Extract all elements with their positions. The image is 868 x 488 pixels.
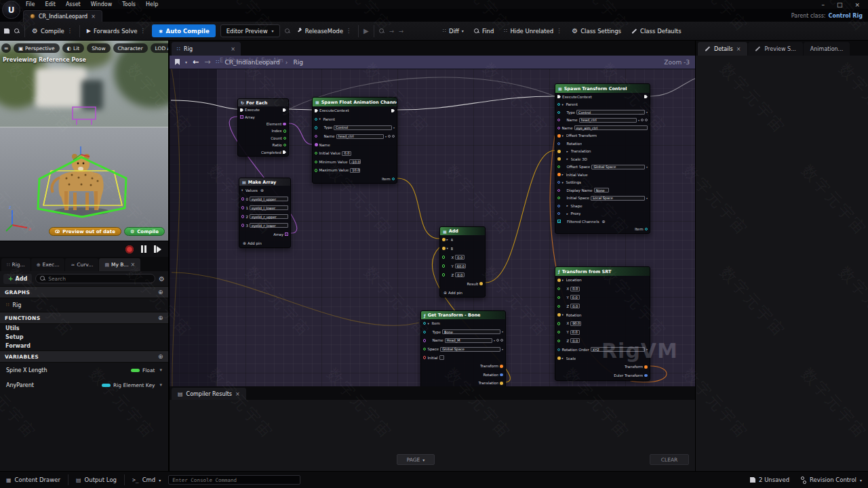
pin[interactable]: [391, 109, 395, 113]
pin[interactable]: [557, 322, 560, 325]
spawn-float-animation-channel-row-5[interactable]: Initial Value0.0: [313, 149, 397, 158]
close-tab-icon[interactable]: ×: [91, 14, 96, 20]
pin[interactable]: [557, 127, 560, 129]
variables-section-header[interactable]: VARIABLES⊕: [0, 350, 168, 363]
value-box[interactable]: eyelid_l_upper: [250, 197, 288, 201]
value-box[interactable]: 10.0: [350, 168, 360, 173]
transform-from-srt-row-11[interactable]: Euler Transform: [555, 371, 650, 380]
spawn-float-animation-channel-row-4[interactable]: Name: [313, 140, 397, 149]
search-field[interactable]: [35, 274, 155, 283]
node-add[interactable]: ▦Add▸A▾BX0.0Y60.0Z0.0Result⊕Add pin: [439, 226, 486, 298]
pin[interactable]: [283, 108, 286, 112]
spawn-transform-control-row-13[interactable]: Initial SpaceLocal Space▾: [555, 195, 650, 203]
spawn-transform-control-row-17[interactable]: Item: [555, 226, 650, 234]
pin[interactable]: [479, 282, 483, 285]
make-array-row-1[interactable]: 0eyelid_l_upper: [239, 195, 290, 203]
show-dropdown[interactable]: Show: [87, 43, 110, 53]
spawn-float-animation-channel-row-6[interactable]: Minimum Value-10.0: [313, 158, 397, 167]
graphs-section-header[interactable]: GRAPHS⊕: [0, 286, 168, 298]
graph-item-rig[interactable]: ∷Rig: [0, 298, 168, 312]
value-box[interactable]: [439, 355, 444, 360]
editor-preview-dropdown[interactable]: Editor Preview ▾: [220, 24, 280, 37]
pin[interactable]: [315, 169, 317, 171]
spawn-transform-control-row-15[interactable]: ▸Proxy: [555, 210, 650, 218]
value-box[interactable]: Control: [334, 125, 392, 130]
function-item-setup[interactable]: Setup: [0, 333, 168, 342]
hide-unrelated-button[interactable]: ∷ Hide Unrelated ⋮: [502, 24, 564, 38]
add-row-2[interactable]: X0.0: [440, 253, 485, 262]
compiler-results-tab[interactable]: ▤ Compiler Results ×: [172, 388, 246, 400]
chevron-down-icon[interactable]: ▾: [159, 382, 162, 388]
spawn-transform-control-row-1[interactable]: ▾Parent: [555, 101, 650, 109]
pin[interactable]: [557, 134, 561, 138]
pin[interactable]: [557, 279, 561, 282]
add-row-3[interactable]: Y60.0: [440, 262, 485, 270]
pin[interactable]: [645, 228, 648, 230]
make-array-row-5[interactable]: Array: [239, 230, 290, 239]
release-mode-options-icon[interactable]: ⋮: [346, 28, 351, 34]
function-item-utils[interactable]: Utils: [0, 324, 168, 333]
for-each-row-0[interactable]: Execute: [238, 106, 288, 113]
chevron-down-icon[interactable]: ▾: [185, 60, 187, 64]
value-box[interactable]: 0.0: [570, 287, 580, 291]
pin[interactable]: [315, 126, 317, 129]
pin[interactable]: [442, 238, 446, 241]
forward-arrow-icon[interactable]: →: [204, 58, 210, 66]
value-box[interactable]: Global Space: [591, 165, 645, 169]
pin[interactable]: [283, 137, 286, 140]
pin[interactable]: [423, 348, 426, 350]
pin[interactable]: [442, 273, 445, 276]
value-box[interactable]: 0.0: [570, 338, 580, 343]
transform-from-srt-row-3[interactable]: Z0.0: [555, 302, 650, 310]
add-function-icon[interactable]: ⊕: [158, 314, 163, 321]
lit-dropdown[interactable]: ◐Lit: [62, 43, 85, 53]
value-box[interactable]: 0.0: [570, 295, 580, 300]
value-box[interactable]: 60.0: [455, 264, 466, 268]
pin[interactable]: [423, 339, 426, 342]
add-graph-icon[interactable]: ⊕: [158, 289, 163, 296]
back-arrow-icon[interactable]: ←: [193, 58, 199, 66]
spawn-transform-control-row-5[interactable]: ▾Offset Transform: [555, 132, 650, 140]
get-transform-bone-row-5[interactable]: Transform: [421, 362, 505, 371]
tab-animation[interactable]: Animation...: [804, 42, 850, 56]
make-array-row-3[interactable]: 2eyelid_r_upper: [239, 212, 290, 221]
spawn-transform-control-row-11[interactable]: ▾Settings: [555, 179, 650, 187]
pin[interactable]: [644, 374, 648, 378]
node-transform-from-srt[interactable]: ƒTransform from SRT▾LocationX0.0Y0.0Z0.0…: [555, 266, 650, 381]
pin[interactable]: [241, 215, 244, 218]
value-box[interactable]: -10.0: [349, 159, 361, 164]
spawn-transform-control-row-2[interactable]: TypeControl▾: [555, 108, 650, 117]
for-each-row-6[interactable]: Completed: [238, 148, 288, 155]
transform-from-srt-row-0[interactable]: ▾Location: [555, 276, 650, 285]
pin[interactable]: [557, 357, 561, 360]
auto-compile-button[interactable]: ∗ Auto Compile: [152, 24, 215, 37]
pin[interactable]: [557, 197, 560, 199]
spawn-transform-control-row-8[interactable]: ▸Scale 3D: [555, 155, 650, 163]
pin[interactable]: [557, 331, 560, 333]
close-tab-icon[interactable]: ×: [231, 46, 235, 52]
get-transform-bone-row-4[interactable]: Initial: [421, 353, 505, 362]
pin[interactable]: [557, 189, 560, 192]
value-box[interactable]: eyelid_l_lower: [250, 205, 288, 210]
class-settings-button[interactable]: ⚙ Class Settings: [570, 24, 623, 38]
pin[interactable]: [240, 115, 243, 119]
spawn-float-animation-channel-row-8[interactable]: Item: [313, 175, 397, 184]
transform-from-srt-row-9[interactable]: ▸Scale: [555, 354, 650, 363]
pin[interactable]: [315, 118, 317, 121]
pin[interactable]: [557, 142, 560, 145]
pin[interactable]: [557, 313, 561, 317]
browse-asset-icon[interactable]: [14, 28, 20, 34]
spawn-transform-control-row-10[interactable]: ▸Initial Value: [555, 171, 650, 179]
pin[interactable]: [557, 296, 560, 299]
value-box[interactable]: 0.0: [570, 304, 580, 308]
pause-button[interactable]: [141, 245, 147, 253]
spawn-transform-control-row-3[interactable]: Namehead_ctrl▾: [555, 117, 650, 125]
value-box[interactable]: Global Space: [440, 347, 500, 352]
breadcrumb-asset[interactable]: CR_IndianLeopard: [225, 59, 280, 66]
pin[interactable]: [315, 143, 318, 146]
value-box[interactable]: eyelid_r_upper: [250, 214, 288, 219]
value-box[interactable]: None: [594, 188, 609, 192]
menu-asset[interactable]: Asset: [66, 1, 81, 7]
tab-curves[interactable]: ≈Curv...: [65, 258, 98, 271]
pin[interactable]: [557, 165, 560, 168]
